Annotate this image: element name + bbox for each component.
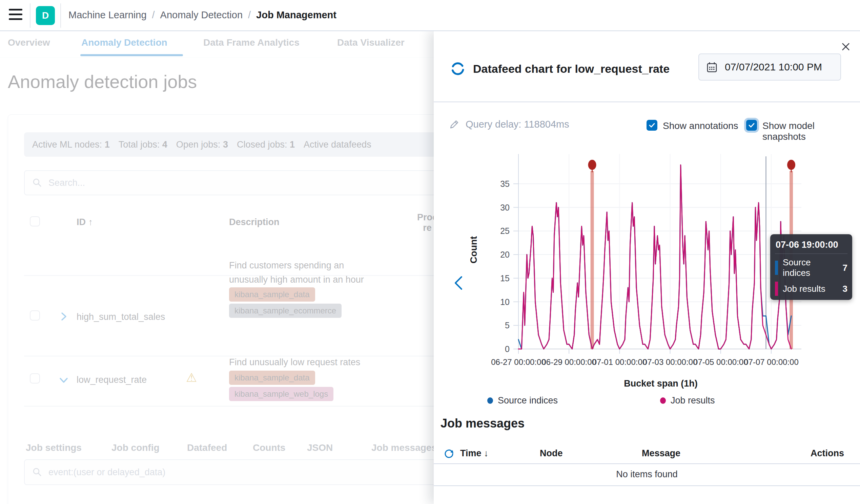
svg-text:20: 20	[500, 250, 510, 259]
svg-text:30: 30	[500, 203, 510, 212]
x-axis-label: Bucket span (1h)	[579, 379, 742, 389]
column-header-actions: Actions	[811, 448, 844, 459]
tooltip-timestamp: 07-06 19:00:00	[775, 238, 847, 254]
breadcrumb-anomaly-detection[interactable]: Anomaly Detection	[160, 10, 243, 21]
datafeed-chart-flyout: Datafeed chart for low_request_rate 07/0…	[434, 31, 860, 504]
svg-text:0: 0	[505, 344, 510, 354]
svg-text:06-27 00:00:00: 06-27 00:00:00	[491, 357, 546, 367]
sort-desc-icon: ↓	[484, 448, 489, 458]
top-navbar: D Machine Learning / Anomaly Detection /…	[0, 0, 860, 31]
column-header-node[interactable]: Node	[540, 448, 563, 459]
legend-item-job-results[interactable]: Job results	[660, 395, 715, 406]
legend-dot	[660, 397, 666, 404]
table-divider	[434, 463, 860, 464]
breadcrumb-separator: /	[248, 10, 251, 21]
refresh-icon[interactable]	[444, 449, 454, 459]
tooltip-row-source-indices: Source indices 7	[775, 257, 847, 278]
breadcrumb-separator: /	[152, 10, 155, 21]
svg-text:25: 25	[500, 226, 510, 236]
column-header-time[interactable]: Time ↓	[460, 448, 489, 459]
svg-text:15: 15	[500, 273, 510, 283]
navbar-divider	[60, 3, 61, 28]
svg-text:07-01 00:00:00: 07-01 00:00:00	[592, 357, 647, 367]
navbar-divider	[30, 3, 30, 28]
legend-item-source-indices[interactable]: Source indices	[487, 395, 558, 406]
svg-text:07-05 00:00:00: 07-05 00:00:00	[693, 357, 748, 367]
breadcrumb-job-management: Job Management	[256, 10, 336, 21]
tooltip-series-swatch	[775, 282, 778, 296]
chart-tooltip: 07-06 19:00:00 Source indices 7 Job resu…	[770, 234, 852, 300]
tooltip-series-swatch	[775, 261, 778, 275]
chart-legend: Source indices Job results	[434, 395, 860, 409]
svg-text:5: 5	[505, 321, 510, 330]
y-axis-label: Count	[468, 236, 479, 264]
tooltip-row-job-results: Job results 3	[775, 282, 847, 296]
job-messages-title: Job messages	[441, 416, 525, 431]
svg-text:07-07 00:00:00: 07-07 00:00:00	[744, 357, 798, 367]
breadcrumb-machine-learning[interactable]: Machine Learning	[69, 10, 147, 21]
column-header-message[interactable]: Message	[642, 448, 680, 459]
space-avatar[interactable]: D	[36, 6, 55, 25]
no-items-found: No items found	[434, 469, 860, 480]
breadcrumb: Machine Learning / Anomaly Detection / J…	[69, 10, 336, 21]
table-divider	[434, 485, 860, 486]
svg-text:35: 35	[500, 179, 510, 189]
svg-text:06-29 00:00:00: 06-29 00:00:00	[542, 357, 596, 367]
menu-icon[interactable]	[9, 9, 23, 23]
svg-text:07-03 00:00:00: 07-03 00:00:00	[643, 357, 697, 367]
legend-dot	[487, 397, 493, 404]
svg-text:10: 10	[500, 297, 510, 307]
